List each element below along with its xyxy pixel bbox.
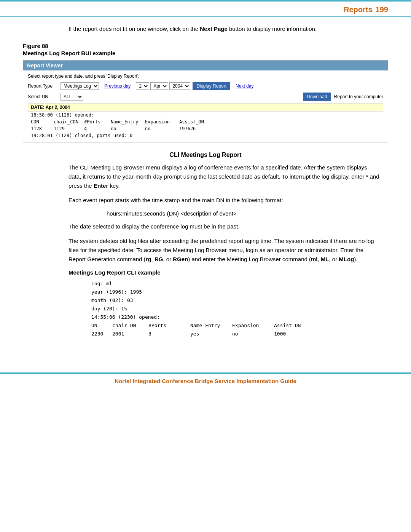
th-chair-cdn: chair_CDN xyxy=(54,119,84,125)
cli-td-ports: 3 xyxy=(148,330,190,338)
rv-row-1: Report Type Meetings Log Previous day 2 … xyxy=(28,82,383,90)
cli-th-name-entry: Name_Entry xyxy=(190,321,232,330)
month-select[interactable]: Apr xyxy=(150,82,168,90)
cli-para2: Each event report starts with the time s… xyxy=(68,196,381,205)
cli-line-2: year (1996): 1995 xyxy=(91,288,388,296)
year-select[interactable]: 2004 xyxy=(169,82,190,90)
download-label: Report to your computer xyxy=(334,94,383,99)
intro-paragraph: If the report does not fit on one window… xyxy=(68,25,388,34)
cli-sub-heading: Meetings Log Report CLI example xyxy=(68,269,388,276)
intro-bold: Next Page xyxy=(200,26,228,32)
td-expansion: no xyxy=(145,126,179,131)
cli-td-expansion: no xyxy=(232,330,274,338)
cli-para1: The CLI Meeting Log Browser menu display… xyxy=(68,163,381,190)
cli-td-chair-dn: 2001 xyxy=(112,330,148,338)
ml-code: ml xyxy=(311,256,318,262)
select-dn-select[interactable]: ALL xyxy=(61,93,83,101)
header-row: Reports 199 xyxy=(0,2,411,17)
MLog-code: MLog xyxy=(339,256,354,262)
cli-example-block: Log: ml year (1996): 1995 month (02): 03… xyxy=(91,280,388,339)
cli-td-name-entry: yes xyxy=(190,330,232,338)
cli-para3: The date selected to display the confere… xyxy=(68,222,381,231)
rv-log-line2: 19:28:01 (1128) closed, ports_used: 0 xyxy=(28,132,383,139)
select-dn-label: Select DN xyxy=(28,94,58,99)
td-ports: 4 xyxy=(84,126,111,131)
rv-log-line1: 18:58:00 (1128) opened: xyxy=(28,112,383,118)
rg-code: rg xyxy=(146,256,151,262)
cli-line-3: month (02): 03 xyxy=(91,296,388,305)
prev-day-link[interactable]: Previous day xyxy=(104,83,131,89)
td-assist-dn: 197626 xyxy=(179,126,210,131)
rv-instruction: Select report type and date, and press '… xyxy=(28,73,383,79)
cli-para4: The system deletes old log files after e… xyxy=(68,236,381,264)
cli-td-dn: 2230 xyxy=(91,330,112,338)
cli-th-assist-dn: Assist_DN xyxy=(274,321,304,330)
rv-table-row: 1128 1129 4 no no 197626 xyxy=(28,125,383,132)
cli-th-dn: DN xyxy=(91,321,112,330)
date-group: 2 Apr 2004 xyxy=(136,82,190,90)
report-viewer-box: Report Viewer Select report type and dat… xyxy=(23,60,388,142)
cli-table-header: DN chair_DN #Ports Name_Entry Expansion … xyxy=(91,321,388,330)
download-button[interactable]: Download xyxy=(303,93,331,101)
footer-text: Nortel Integrated Conference Bridge Serv… xyxy=(0,374,411,388)
td-cdn: 1128 xyxy=(31,126,54,131)
cli-line-1: Log: ml xyxy=(91,280,388,288)
cli-section-heading: CLI Meetings Log Report xyxy=(23,152,388,158)
day-select[interactable]: 2 xyxy=(136,82,149,90)
cli-para1-end: key. xyxy=(108,182,120,189)
figure-label: Figure 88 xyxy=(23,43,388,49)
th-expansion: Expansion xyxy=(145,119,179,125)
cli-para1-bold: Enter xyxy=(94,182,108,189)
report-viewer-header: Report Viewer xyxy=(23,61,388,70)
cli-line-5: 14:55:06 (2230) opened: xyxy=(91,313,388,321)
RG-code: RG xyxy=(155,256,163,262)
display-report-button[interactable]: Display Report xyxy=(193,82,230,90)
rv-data-section: DATE: Apr 2, 2004 18:58:00 (1128) opened… xyxy=(28,103,383,139)
figure-caption: Meetings Log Report BUI example xyxy=(23,50,388,56)
cli-line-4: day (20): 15 xyxy=(91,305,388,313)
cli-td-assist-dn: 1000 xyxy=(274,330,304,338)
cli-th-ports: #Ports xyxy=(148,321,190,330)
th-cdn: CDN xyxy=(31,119,54,125)
th-ports: #Ports xyxy=(84,119,111,125)
th-assist-dn: Assist_DN xyxy=(179,119,210,125)
report-type-label: Report Type xyxy=(28,83,58,89)
intro-text-before: If the report does not fit on one window… xyxy=(68,26,200,32)
rv-date-bar: DATE: Apr 2, 2004 xyxy=(28,103,383,112)
td-name-entry: no xyxy=(111,126,145,131)
td-chair-cdn: 1129 xyxy=(54,126,84,131)
cli-th-chair-dn: chair_DN xyxy=(112,321,148,330)
ML-code: ML xyxy=(321,256,329,262)
next-day-link[interactable]: Next day xyxy=(236,83,253,89)
page-number: 199 xyxy=(376,5,388,14)
rv-table-header: CDN chair_CDN #Ports Name_Entry Expansio… xyxy=(28,118,383,125)
report-viewer-body: Select report type and date, and press '… xyxy=(23,70,388,142)
cli-th-expansion: Expansion xyxy=(232,321,274,330)
format-example: hours:minutes:seconds (DN) <description … xyxy=(107,210,388,217)
th-name-entry: Name_Entry xyxy=(111,119,145,125)
report-type-select[interactable]: Meetings Log xyxy=(61,82,99,90)
page-title: Reports xyxy=(344,5,373,14)
intro-text-after: button to display more information. xyxy=(228,26,317,32)
rv-row-2: Select DN ALL Download Report to your co… xyxy=(28,93,383,101)
cli-table-row: 2230 2001 3 yes no 1000 xyxy=(91,330,388,338)
RGen-code: RGen xyxy=(173,256,188,262)
content-area: If the report does not fit on one window… xyxy=(0,17,411,338)
